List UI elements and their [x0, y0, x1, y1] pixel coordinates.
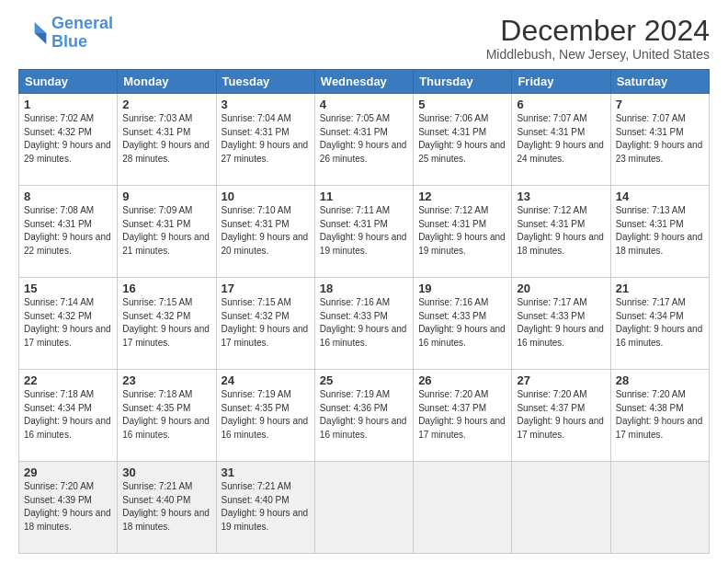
- calendar-cell: 27Sunrise: 7:20 AMSunset: 4:37 PMDayligh…: [512, 370, 610, 462]
- day-info: Sunrise: 7:20 AMSunset: 4:37 PMDaylight:…: [517, 388, 605, 442]
- day-info: Sunrise: 7:09 AMSunset: 4:31 PMDaylight:…: [122, 204, 210, 258]
- day-number: 4: [320, 98, 408, 111]
- calendar-cell: 26Sunrise: 7:20 AMSunset: 4:37 PMDayligh…: [414, 370, 512, 462]
- day-info: Sunrise: 7:15 AMSunset: 4:32 PMDaylight:…: [122, 296, 210, 350]
- day-info: Sunrise: 7:18 AMSunset: 4:35 PMDaylight:…: [122, 388, 210, 442]
- calendar-week-row: 15Sunrise: 7:14 AMSunset: 4:32 PMDayligh…: [19, 278, 710, 370]
- day-number: 29: [24, 465, 112, 479]
- day-number: 22: [24, 373, 112, 387]
- calendar-cell: 31Sunrise: 7:21 AMSunset: 4:40 PMDayligh…: [216, 462, 314, 554]
- day-number: 25: [320, 373, 408, 387]
- logo-general: General: [51, 14, 113, 32]
- day-info: Sunrise: 7:06 AMSunset: 4:31 PMDaylight:…: [418, 112, 506, 166]
- day-info: Sunrise: 7:16 AMSunset: 4:33 PMDaylight:…: [418, 296, 506, 350]
- day-number: 28: [616, 373, 704, 387]
- calendar-cell: [314, 462, 413, 554]
- calendar-cell: 1Sunrise: 7:02 AMSunset: 4:32 PMDaylight…: [19, 94, 118, 186]
- calendar-cell: 24Sunrise: 7:19 AMSunset: 4:35 PMDayligh…: [216, 370, 314, 462]
- day-info: Sunrise: 7:17 AMSunset: 4:33 PMDaylight:…: [517, 296, 605, 350]
- day-number: 3: [222, 98, 310, 111]
- day-info: Sunrise: 7:20 AMSunset: 4:39 PMDaylight:…: [24, 480, 112, 534]
- day-info: Sunrise: 7:19 AMSunset: 4:36 PMDaylight:…: [320, 388, 408, 442]
- day-number: 16: [122, 282, 210, 295]
- calendar-cell: 8Sunrise: 7:08 AMSunset: 4:31 PMDaylight…: [19, 186, 118, 278]
- day-number: 15: [24, 282, 112, 295]
- calendar-cell: 30Sunrise: 7:21 AMSunset: 4:40 PMDayligh…: [118, 462, 216, 554]
- day-info: Sunrise: 7:21 AMSunset: 4:40 PMDaylight:…: [122, 480, 210, 534]
- day-number: 6: [517, 98, 605, 111]
- calendar-cell: 12Sunrise: 7:12 AMSunset: 4:31 PMDayligh…: [414, 186, 512, 278]
- day-number: 11: [320, 190, 408, 203]
- day-info: Sunrise: 7:12 AMSunset: 4:31 PMDaylight:…: [418, 204, 506, 258]
- calendar-table: SundayMondayTuesdayWednesdayThursdayFrid…: [18, 69, 710, 554]
- day-info: Sunrise: 7:04 AMSunset: 4:31 PMDaylight:…: [222, 112, 310, 166]
- day-number: 27: [517, 373, 605, 387]
- day-number: 5: [418, 98, 506, 111]
- day-number: 24: [222, 373, 310, 387]
- calendar-cell: 29Sunrise: 7:20 AMSunset: 4:39 PMDayligh…: [19, 462, 118, 554]
- calendar-cell: 5Sunrise: 7:06 AMSunset: 4:31 PMDaylight…: [414, 94, 512, 186]
- day-number: 2: [122, 98, 210, 111]
- day-info: Sunrise: 7:12 AMSunset: 4:31 PMDaylight:…: [517, 204, 605, 258]
- svg-marker-1: [35, 33, 47, 44]
- logo: General Blue: [18, 15, 113, 52]
- day-info: Sunrise: 7:11 AMSunset: 4:31 PMDaylight:…: [320, 204, 408, 258]
- main-title: December 2024: [486, 15, 710, 47]
- calendar-cell: 10Sunrise: 7:10 AMSunset: 4:31 PMDayligh…: [216, 186, 314, 278]
- calendar-cell: 9Sunrise: 7:09 AMSunset: 4:31 PMDaylight…: [118, 186, 216, 278]
- subtitle: Middlebush, New Jersey, United States: [486, 47, 710, 62]
- calendar-cell: 19Sunrise: 7:16 AMSunset: 4:33 PMDayligh…: [414, 278, 512, 370]
- day-info: Sunrise: 7:20 AMSunset: 4:38 PMDaylight:…: [616, 388, 704, 442]
- calendar-cell: 6Sunrise: 7:07 AMSunset: 4:31 PMDaylight…: [512, 94, 610, 186]
- day-number: 7: [616, 98, 704, 111]
- calendar-cell: 25Sunrise: 7:19 AMSunset: 4:36 PMDayligh…: [314, 370, 413, 462]
- calendar-cell: 11Sunrise: 7:11 AMSunset: 4:31 PMDayligh…: [314, 186, 413, 278]
- calendar-cell: 7Sunrise: 7:07 AMSunset: 4:31 PMDaylight…: [610, 94, 709, 186]
- day-of-week-header: Monday: [118, 70, 216, 94]
- calendar-cell: [512, 462, 610, 554]
- day-number: 13: [517, 190, 605, 203]
- day-info: Sunrise: 7:14 AMSunset: 4:32 PMDaylight:…: [24, 296, 112, 350]
- day-number: 23: [122, 373, 210, 387]
- calendar-week-row: 29Sunrise: 7:20 AMSunset: 4:39 PMDayligh…: [19, 462, 710, 554]
- day-number: 9: [122, 190, 210, 203]
- title-block: December 2024 Middlebush, New Jersey, Un…: [486, 15, 710, 62]
- day-info: Sunrise: 7:15 AMSunset: 4:32 PMDaylight:…: [222, 296, 310, 350]
- day-info: Sunrise: 7:18 AMSunset: 4:34 PMDaylight:…: [24, 388, 112, 442]
- logo-text: General Blue: [51, 15, 113, 52]
- calendar-cell: [414, 462, 512, 554]
- header: General Blue December 2024 Middlebush, N…: [18, 15, 710, 62]
- day-number: 20: [517, 282, 605, 295]
- calendar-cell: 16Sunrise: 7:15 AMSunset: 4:32 PMDayligh…: [118, 278, 216, 370]
- day-number: 1: [24, 98, 112, 111]
- day-info: Sunrise: 7:20 AMSunset: 4:37 PMDaylight:…: [418, 388, 506, 442]
- day-info: Sunrise: 7:16 AMSunset: 4:33 PMDaylight:…: [320, 296, 408, 350]
- day-of-week-header: Saturday: [610, 70, 709, 94]
- calendar-cell: 3Sunrise: 7:04 AMSunset: 4:31 PMDaylight…: [216, 94, 314, 186]
- day-info: Sunrise: 7:03 AMSunset: 4:31 PMDaylight:…: [122, 112, 210, 166]
- day-info: Sunrise: 7:02 AMSunset: 4:32 PMDaylight:…: [24, 112, 112, 166]
- calendar-cell: 4Sunrise: 7:05 AMSunset: 4:31 PMDaylight…: [314, 94, 413, 186]
- day-info: Sunrise: 7:08 AMSunset: 4:31 PMDaylight:…: [24, 204, 112, 258]
- logo-icon: [18, 18, 48, 48]
- page: General Blue December 2024 Middlebush, N…: [0, 0, 728, 563]
- logo-blue: Blue: [51, 32, 87, 51]
- day-info: Sunrise: 7:07 AMSunset: 4:31 PMDaylight:…: [517, 112, 605, 166]
- day-number: 31: [222, 465, 310, 479]
- day-info: Sunrise: 7:21 AMSunset: 4:40 PMDaylight:…: [222, 480, 310, 534]
- calendar-cell: 15Sunrise: 7:14 AMSunset: 4:32 PMDayligh…: [19, 278, 118, 370]
- day-of-week-header: Sunday: [19, 70, 118, 94]
- calendar-week-row: 1Sunrise: 7:02 AMSunset: 4:32 PMDaylight…: [19, 94, 710, 186]
- day-number: 18: [320, 282, 408, 295]
- day-info: Sunrise: 7:07 AMSunset: 4:31 PMDaylight:…: [616, 112, 704, 166]
- day-number: 26: [418, 373, 506, 387]
- svg-marker-0: [35, 22, 47, 33]
- day-info: Sunrise: 7:10 AMSunset: 4:31 PMDaylight:…: [222, 204, 310, 258]
- day-of-week-header: Wednesday: [314, 70, 413, 94]
- calendar-cell: 23Sunrise: 7:18 AMSunset: 4:35 PMDayligh…: [118, 370, 216, 462]
- day-number: 17: [222, 282, 310, 295]
- day-number: 10: [222, 190, 310, 203]
- calendar-cell: 21Sunrise: 7:17 AMSunset: 4:34 PMDayligh…: [610, 278, 709, 370]
- day-of-week-header: Tuesday: [216, 70, 314, 94]
- calendar-cell: [610, 462, 709, 554]
